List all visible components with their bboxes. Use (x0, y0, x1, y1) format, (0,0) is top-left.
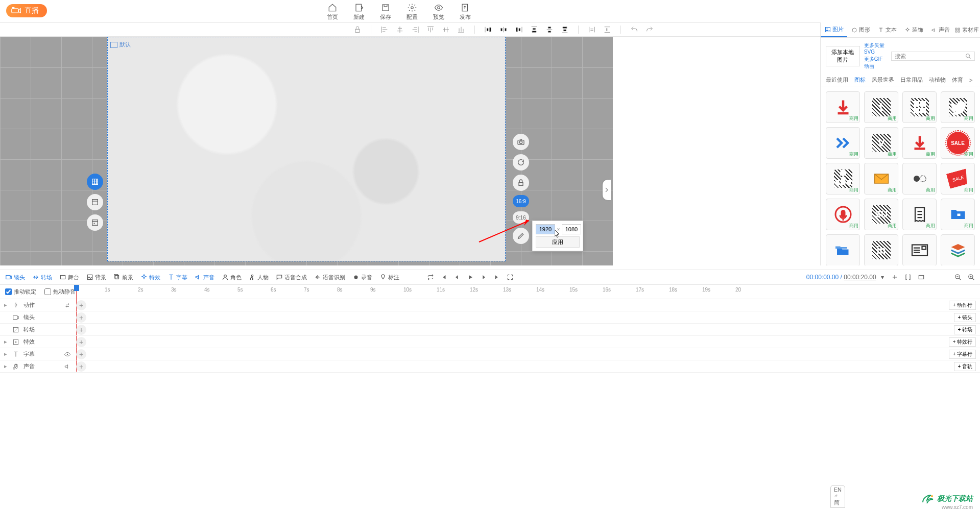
refresh-button[interactable] (513, 154, 529, 171)
cat-scenery[interactable]: 风景世界 (872, 76, 894, 84)
track-add-button[interactable]: + (76, 337, 86, 347)
skip-start-icon[interactable] (440, 274, 447, 281)
zoom-out-icon[interactable] (954, 274, 962, 281)
drag-mute-checkbox[interactable]: 拖动静音 (44, 288, 76, 296)
add-track-button[interactable]: + 转场 (954, 325, 976, 334)
asset-sale-badge[interactable]: SALE商用 (941, 127, 975, 159)
menu-save[interactable]: 保存 (380, 3, 391, 21)
track-add-button[interactable]: + (76, 325, 86, 335)
menu-preview[interactable]: 预览 (433, 3, 444, 21)
grid-toggle-button[interactable] (87, 174, 103, 190)
plus-icon[interactable] (891, 274, 898, 281)
tab-decoration[interactable]: 装饰 (900, 22, 927, 37)
align-center-h-icon[interactable] (396, 26, 404, 34)
more-gif-link[interactable]: 更多GIF动画 (864, 56, 887, 70)
search-icon[interactable] (965, 53, 971, 59)
align-right-icon[interactable] (411, 26, 419, 34)
asset-vimeo[interactable]: V商用 (864, 127, 898, 159)
asset-tumblr[interactable]: t商用 (864, 91, 898, 123)
tl-tab-asr[interactable]: 语音识别 (314, 274, 345, 281)
play-icon[interactable] (467, 274, 474, 281)
asset-mic[interactable]: 商用 (826, 199, 860, 230)
prev-frame-icon[interactable] (453, 274, 461, 281)
dist-right-icon[interactable] (515, 26, 523, 34)
asset-download-arrow[interactable]: 商用 (826, 91, 860, 123)
track-add-button[interactable]: + (76, 361, 86, 372)
asset-flickr[interactable]: 商用 (902, 163, 937, 195)
zoom-in-icon[interactable] (968, 274, 975, 281)
menu-new[interactable]: 新建 (353, 3, 365, 21)
asset-folder-blue[interactable]: 商用 (941, 199, 975, 230)
swap-icon[interactable] (64, 302, 71, 309)
dist-bottom-icon[interactable] (561, 26, 569, 34)
tl-tab-role[interactable]: 角色 (222, 274, 242, 281)
tl-tab-sound[interactable]: 声音 (195, 274, 214, 281)
asset-folders[interactable] (826, 234, 860, 265)
cat-daily[interactable]: 日常用品 (900, 76, 923, 84)
asset-twitter[interactable]: 商用 (941, 91, 975, 123)
expand-icon[interactable] (507, 274, 514, 281)
spacing-h-icon[interactable] (588, 26, 596, 34)
loop-icon[interactable] (427, 274, 434, 281)
asset-layers[interactable] (941, 234, 975, 265)
lock-button[interactable] (513, 175, 529, 191)
tab-text[interactable]: 文本 (874, 22, 900, 37)
dist-top-icon[interactable] (530, 26, 538, 34)
asset-furniture[interactable]: 商用 (826, 163, 860, 195)
dist-left-icon[interactable] (484, 26, 492, 34)
eye-icon[interactable] (64, 351, 71, 358)
width-input[interactable] (536, 224, 555, 234)
menu-config[interactable]: 配置 (407, 3, 418, 21)
height-input[interactable] (562, 224, 581, 234)
add-local-image-button[interactable]: 添加本地图片 (826, 46, 860, 66)
add-track-button[interactable]: + 字幕行 (949, 350, 976, 359)
expand-arrow[interactable]: ▸ (4, 363, 8, 370)
next-frame-icon[interactable] (480, 274, 487, 281)
cat-recent[interactable]: 最近使用 (826, 76, 848, 84)
align-top-icon[interactable] (426, 26, 435, 34)
apply-button[interactable]: 应用 (536, 236, 580, 248)
timeline-ruler[interactable]: 1s2s3s4s5s6s7s8s9s10s11s12s13s14s15s16s1… (74, 285, 949, 299)
bracket-icon[interactable] (904, 274, 912, 281)
tab-library[interactable]: 素材库 (953, 22, 980, 37)
undo-icon[interactable] (630, 26, 638, 34)
asset-download-red[interactable]: 商用 (902, 127, 937, 159)
tl-tab-annotate[interactable]: 标注 (379, 274, 399, 281)
tl-tab-subtitle[interactable]: 字幕 (168, 274, 187, 281)
layout-button[interactable] (87, 194, 103, 210)
search-input[interactable] (895, 53, 965, 59)
add-track-button[interactable]: + 音轨 (954, 362, 976, 371)
tl-tab-effects[interactable]: 特效 (140, 274, 160, 281)
skip-end-icon[interactable] (493, 274, 500, 281)
align-middle-icon[interactable] (442, 26, 450, 34)
asset-linkedin[interactable]: in (864, 234, 898, 265)
expand-arrow[interactable]: ▸ (4, 338, 8, 345)
expand-arrow[interactable]: ▸ (4, 351, 8, 357)
asset-postcard[interactable] (902, 234, 937, 265)
cat-nature[interactable]: 动植物 (929, 76, 946, 84)
menu-publish[interactable]: 发布 (460, 3, 471, 21)
tl-tab-stage[interactable]: 舞台 (59, 274, 79, 281)
cat-more[interactable]: > (969, 77, 972, 83)
asset-receipt[interactable]: 商用 (902, 199, 937, 230)
spacing-v-icon[interactable] (603, 26, 611, 34)
tl-tab-camera[interactable]: 镜头 (5, 274, 25, 281)
redo-icon[interactable] (646, 26, 654, 34)
panel-collapse-tab[interactable] (603, 180, 611, 200)
tl-tab-transition[interactable]: 转场 (32, 274, 52, 281)
tl-tab-tts[interactable]: 语音合成 (276, 274, 307, 281)
tl-tab-person[interactable]: 人物 (249, 274, 269, 281)
align-left-icon[interactable] (380, 26, 389, 34)
asset-envelope[interactable]: 商用 (864, 163, 898, 195)
tl-tab-foreground[interactable]: 前景 (113, 274, 133, 281)
tab-image[interactable]: 图片 (821, 22, 847, 37)
cat-icons[interactable]: 图标 (854, 76, 866, 84)
tab-shape[interactable]: 图形 (847, 22, 874, 37)
tab-sound[interactable]: 声音 (927, 22, 953, 37)
duration-link[interactable]: 00:00:20.00 (844, 274, 876, 281)
asset-stumbleupon[interactable]: SU商用 (864, 199, 898, 230)
clip-icon[interactable] (918, 274, 925, 281)
asset-windows[interactable]: 商用 (902, 91, 937, 123)
add-track-button[interactable]: + 镜头 (954, 313, 976, 322)
track-add-button[interactable]: + (76, 300, 86, 310)
